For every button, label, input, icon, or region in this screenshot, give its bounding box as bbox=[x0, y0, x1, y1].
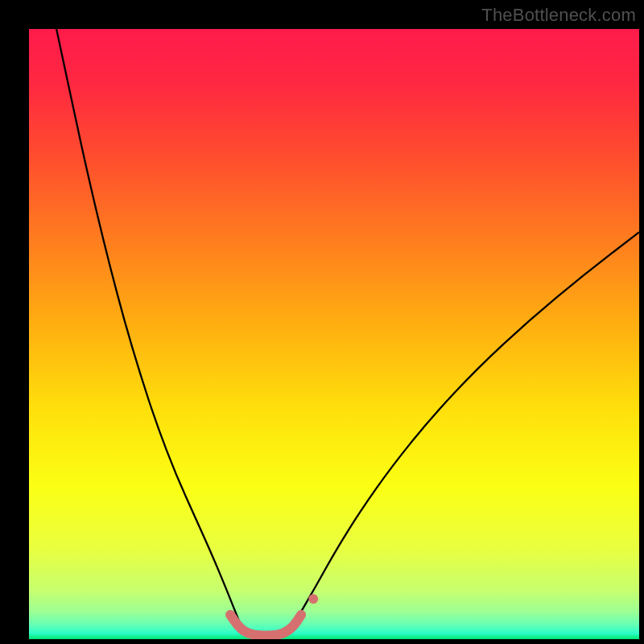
watermark-text: TheBottleneck.com bbox=[481, 5, 636, 26]
plot-area bbox=[29, 29, 639, 639]
chart-svg bbox=[29, 29, 639, 639]
chart-frame: TheBottleneck.com bbox=[0, 0, 644, 644]
valley-dot bbox=[308, 594, 318, 604]
gradient-background bbox=[29, 29, 639, 639]
